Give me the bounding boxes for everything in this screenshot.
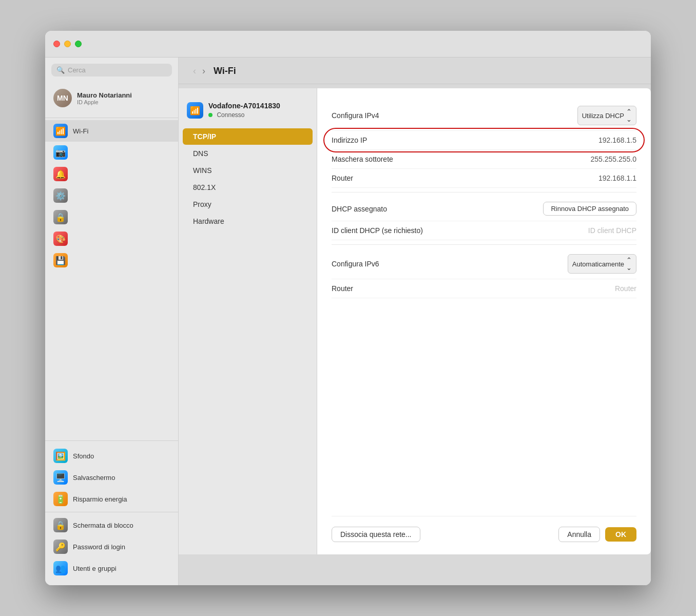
titlebar (45, 31, 651, 57)
sidebar: 🔍 Cerca MN Mauro Notarianni ID Apple 📶 W… (45, 57, 179, 585)
sidebar-item-sfondo[interactable]: 🖼️ Sfondo (45, 445, 178, 467)
sidebar-item-schermata[interactable]: 🔒 Schermata di blocco (45, 514, 178, 536)
traffic-lights (53, 41, 82, 47)
maximize-button[interactable] (75, 41, 82, 47)
configura-ipv6-label: Configura IPv6 (332, 260, 379, 268)
search-box[interactable]: 🔍 Cerca (51, 64, 172, 76)
dissocia-button[interactable]: Dissocia questa rete... (332, 527, 420, 542)
avatar: MN (53, 89, 72, 107)
sidebar-divider-2 (45, 512, 178, 512)
utenti-icon: 👥 (53, 561, 68, 575)
main-window: 🔍 Cerca MN Mauro Notarianni ID Apple 📶 W… (45, 31, 651, 585)
modal-right-panel: Configura IPv4 Utilizza DHCP ⌃⌄ Indirizz… (317, 88, 651, 554)
network-selected-name: Vodafone-A70141830 (208, 102, 280, 110)
search-icon: 🔍 (56, 66, 65, 74)
schermata-icon: 🔒 (53, 518, 68, 532)
sidebar-divider (45, 118, 178, 118)
risparmio-label: Risparmio energia (73, 495, 127, 503)
modal-footer: Dissocia questa rete... Annulla OK (332, 516, 636, 542)
form-row-router-ipv6: Router Router (332, 279, 636, 298)
section-divider-1 (332, 192, 636, 192)
tab-8021x[interactable]: 802.1X (183, 179, 313, 196)
sidebar-bottom: 🖼️ Sfondo 🖥️ Salvaschermo 🔋 Risparmio en… (45, 440, 178, 579)
risparmio-icon: 🔋 (53, 492, 68, 506)
sidebar-icon-6: 🎨 (53, 232, 68, 246)
minimize-button[interactable] (64, 41, 71, 47)
modal-left-panel: 📶 Vodafone-A70141830 Connesso TCP/IP DNS (179, 88, 317, 554)
footer-left: Dissocia questa rete... (332, 527, 420, 542)
id-client-placeholder[interactable]: ID client DHCP (588, 226, 636, 235)
network-connected-row: Connesso (208, 110, 280, 119)
form-row-dhcp: DHCP assegnato Rinnova DHCP assegnato (332, 197, 636, 221)
sfondo-icon: 🖼️ (53, 449, 68, 463)
tab-dns[interactable]: DNS (183, 145, 313, 162)
select-chevron-2: ⌃⌄ (626, 256, 632, 272)
tab-tcpip[interactable]: TCP/IP (183, 128, 313, 145)
router-label: Router (332, 174, 353, 182)
sidebar-icon-3: 🔔 (53, 167, 68, 181)
tab-hardware[interactable]: Hardware (183, 213, 313, 229)
schermata-label: Schermata di blocco (73, 522, 133, 529)
tab-proxy[interactable]: Proxy (183, 196, 313, 213)
salvaschermo-icon: 🖥️ (53, 470, 68, 485)
sidebar-item-utenti[interactable]: 👥 Utenti e gruppi (45, 557, 178, 579)
modal-sheet: 📶 Vodafone-A70141830 Connesso TCP/IP DNS (179, 88, 651, 554)
router-ipv6-placeholder[interactable]: Router (615, 284, 636, 293)
form-row-router: Router 192.168.1.1 (332, 169, 636, 188)
salvaschermo-label: Salvaschermo (73, 474, 115, 482)
router-value: 192.168.1.1 (598, 174, 636, 182)
modal-backdrop: 📶 Vodafone-A70141830 Connesso TCP/IP DNS (179, 57, 651, 585)
connected-text: Connesso (217, 111, 244, 119)
utenti-label: Utenti e gruppi (73, 565, 117, 572)
main-area: 🔍 Cerca MN Mauro Notarianni ID Apple 📶 W… (45, 57, 651, 585)
sidebar-item-wifi[interactable]: 📶 Wi-Fi (45, 120, 178, 142)
user-name: Mauro Notarianni (77, 91, 132, 99)
close-button[interactable] (53, 41, 60, 47)
user-subtitle: ID Apple (77, 99, 132, 105)
configura-ipv6-value: Automaticamente (572, 260, 624, 268)
sfondo-label: Sfondo (73, 452, 94, 460)
sidebar-item-5[interactable]: 🔒 (45, 206, 178, 228)
sidebar-item-4[interactable]: ⚙️ (45, 185, 178, 206)
sidebar-item-6[interactable]: 🎨 (45, 228, 178, 249)
sidebar-item-3[interactable]: 🔔 (45, 163, 178, 185)
network-selected-info: Vodafone-A70141830 Connesso (208, 102, 280, 119)
password-label: Password di login (73, 543, 125, 551)
select-chevron: ⌃⌄ (626, 108, 632, 123)
sidebar-icon-7: 💾 (53, 253, 68, 267)
configura-ipv4-value: Utilizza DHCP (582, 112, 624, 120)
dhcp-assegnato-label: DHCP assegnato (332, 205, 387, 213)
sidebar-item-salvaschermo[interactable]: 🖥️ Salvaschermo (45, 467, 178, 488)
rinnova-dhcp-button[interactable]: Rinnova DHCP assegnato (543, 202, 636, 216)
connected-dot (208, 113, 212, 117)
configura-ipv6-select[interactable]: Automaticamente ⌃⌄ (568, 254, 636, 274)
content-area: ‹ › Wi-Fi 📶 Wi-Fi Vodafone-A70141830 🔒 (179, 57, 651, 585)
sidebar-item-password[interactable]: 🔑 Password di login (45, 536, 178, 557)
configura-ipv4-label: Configura IPv4 (332, 111, 379, 120)
configura-ipv4-select[interactable]: Utilizza DHCP ⌃⌄ (577, 106, 636, 125)
tab-wins[interactable]: WINS (183, 162, 313, 179)
search-placeholder: Cerca (68, 66, 86, 74)
sidebar-item-risparmio[interactable]: 🔋 Risparmio energia (45, 488, 178, 510)
maschera-label: Maschera sottorete (332, 155, 393, 163)
sidebar-icon-5: 🔒 (53, 210, 68, 224)
network-selected-row: 📶 Vodafone-A70141830 Connesso (179, 97, 317, 124)
sidebar-label-wifi: Wi-Fi (73, 127, 88, 135)
sidebar-item-7[interactable]: 💾 (45, 249, 178, 271)
sidebar-icon-2: 📷 (53, 145, 68, 160)
sidebar-item-2[interactable]: 📷 (45, 142, 178, 163)
indirizzo-ip-label: Indirizzo IP (332, 136, 367, 144)
form-row-configura-ipv4: Configura IPv4 Utilizza DHCP ⌃⌄ (332, 101, 636, 131)
wifi-icon: 📶 (53, 124, 68, 138)
annulla-button[interactable]: Annulla (558, 527, 600, 542)
red-oval-highlight (323, 128, 645, 152)
password-icon: 🔑 (53, 540, 68, 554)
user-section[interactable]: MN Mauro Notarianni ID Apple (45, 85, 178, 111)
maschera-value: 255.255.255.0 (590, 155, 636, 163)
sidebar-icon-4: ⚙️ (53, 188, 68, 203)
user-info: Mauro Notarianni ID Apple (77, 91, 132, 105)
ok-button[interactable]: OK (605, 527, 636, 542)
network-selected-icon: 📶 (187, 102, 203, 119)
indirizzo-ip-value: 192.168.1.5 (598, 136, 636, 144)
form-row-indirizzo-ip: Indirizzo IP 192.168.1.5 (332, 131, 636, 150)
